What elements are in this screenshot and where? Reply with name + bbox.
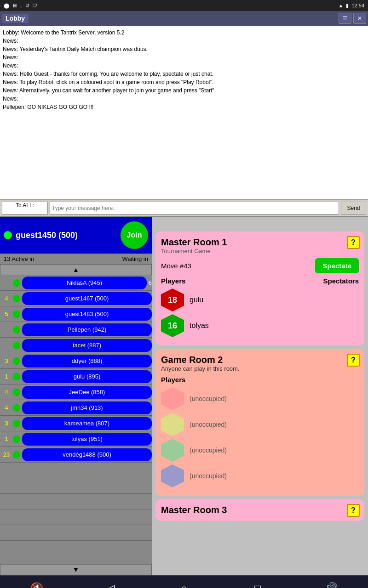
active-label: 13 Active in — [4, 255, 34, 262]
title-buttons: ☰ ✕ — [339, 13, 366, 24]
player-hex[interactable] — [161, 439, 184, 462]
message-bar: To ALL: Send — [0, 200, 368, 217]
player-list: NiklasA (945)64guest1467 (500)5guest1483… — [0, 275, 152, 564]
room-title: Master Room 3 — [161, 505, 359, 515]
player-button[interactable]: vendég1488 (500) — [22, 448, 152, 461]
main-area: guest1450 (500) Join 13 Active in Waitin… — [0, 217, 368, 575]
player-num: 3 — [0, 357, 13, 364]
chat-message: News: Hello Guest - thanks for coming. Y… — [3, 70, 365, 78]
spectators-label: Spectators — [323, 277, 359, 285]
square-button[interactable]: □ — [244, 579, 271, 588]
player-hex[interactable] — [161, 413, 184, 436]
battery-icon: ▮ — [346, 3, 349, 9]
player-dot — [13, 326, 20, 334]
scroll-up-button[interactable]: ▲ — [0, 264, 152, 275]
move-row: Move #43Spectate — [161, 258, 359, 273]
room-card-room1: ?Master Room 1Tournament GameMove #43Spe… — [155, 232, 364, 345]
chat-area: Lobby: Welcome to the Tantrix Server, ve… — [0, 26, 368, 200]
player-num: 3 — [0, 420, 13, 427]
app-title: Lobby — [2, 14, 29, 23]
hex-player: 18gulu — [161, 288, 359, 311]
player-dot — [13, 295, 20, 302]
right-panel[interactable]: ?Master Room 1Tournament GameMove #43Spe… — [152, 217, 368, 575]
room-desc: Anyone can play in this room. — [161, 365, 359, 372]
player-row: 23vendég1488 (500) — [0, 447, 152, 463]
player-hex[interactable]: 18 — [161, 288, 184, 311]
player-row: 3ddyer (888) — [0, 353, 152, 369]
player-list-area: NiklasA (945)64guest1467 (500)5guest1483… — [0, 275, 152, 564]
message-input[interactable] — [50, 202, 339, 215]
refresh-icon: ↺ — [25, 3, 29, 9]
player-num: 5 — [0, 311, 13, 317]
player-hex[interactable]: 16 — [161, 314, 184, 337]
help-button[interactable]: ? — [347, 236, 360, 249]
player-button[interactable]: tacet (887) — [22, 339, 152, 352]
player-dot — [13, 373, 20, 380]
player-hex[interactable] — [161, 387, 184, 410]
home-button[interactable]: ○ — [170, 579, 198, 588]
clock: 12:54 — [351, 3, 364, 8]
player-row: 4guest1467 (500) — [0, 291, 152, 306]
player-row: 4JeeDee (858) — [0, 384, 152, 400]
hex-player: (unoccupied) — [161, 464, 359, 487]
join-button[interactable]: Join — [121, 221, 148, 249]
back-button[interactable]: ◁ — [97, 579, 124, 588]
guest-name: guest1450 (500) — [16, 231, 78, 240]
players-labels-row: PlayersSpectators — [161, 277, 359, 285]
player-dot — [13, 357, 20, 365]
bottom-nav: 🔇 ◁ ○ □ 🔊 — [0, 575, 368, 588]
hex-player-name: (unoccupied) — [190, 421, 227, 428]
hex-player: (unoccupied) — [161, 413, 359, 436]
player-num: 1 — [0, 373, 13, 380]
send-button[interactable]: Send — [341, 202, 366, 215]
player-button[interactable]: guest1483 (500) — [22, 308, 152, 321]
hex-player-name: gulu — [190, 296, 203, 304]
empty-player-row — [0, 541, 152, 556]
hex-player: (unoccupied) — [161, 387, 359, 410]
player-dot — [13, 435, 20, 443]
close-button[interactable]: ✕ — [353, 13, 366, 24]
player-button[interactable]: jmn34 (913) — [22, 401, 152, 414]
menu-button[interactable]: ☰ — [339, 13, 351, 24]
active-waiting-header: 13 Active in Waiting in — [0, 254, 152, 264]
chat-message: News: Yesterday's Tantrix Daily Match ch… — [3, 45, 365, 53]
player-button[interactable]: NiklasA (945) — [22, 277, 147, 289]
hex-player-name: (unoccupied) — [190, 472, 227, 480]
empty-player-row — [0, 556, 152, 564]
room-subtitle: Tournament Game — [161, 248, 359, 254]
player-button[interactable]: kameamea (807) — [22, 417, 152, 430]
player-button[interactable]: guest1467 (500) — [22, 292, 152, 305]
volume-on-button[interactable]: 🔊 — [317, 579, 345, 588]
empty-player-row — [0, 478, 152, 494]
player-dot — [13, 311, 20, 318]
player-hex[interactable] — [161, 464, 184, 487]
chat-message: News: Alternatively, you can wait for an… — [3, 86, 365, 95]
players-label: Players — [161, 277, 185, 285]
player-button[interactable]: JeeDee (858) — [22, 386, 152, 399]
hex-player: 16tolyas — [161, 314, 359, 337]
player-dot — [13, 451, 20, 458]
player-num: 4 — [0, 389, 13, 396]
player-num: 1 — [0, 435, 13, 442]
empty-player-row — [0, 509, 152, 525]
volume-off-button[interactable]: 🔇 — [23, 579, 51, 588]
player-num: 23 — [0, 451, 13, 458]
help-button[interactable]: ? — [347, 504, 360, 517]
player-dot — [13, 342, 20, 349]
help-button[interactable]: ? — [347, 354, 360, 367]
status-bar: ⬤ 🖥 ↓ ↺ 🛡 ▲ ▮ 12:54 — [0, 0, 368, 11]
player-button[interactable]: Pellepen (942) — [22, 323, 152, 336]
move-text: Move #43 — [161, 262, 191, 270]
player-row: tacet (887) — [0, 338, 152, 353]
status-right: ▲ ▮ 12:54 — [339, 3, 364, 9]
player-button[interactable]: gulu (895) — [22, 370, 152, 383]
player-row: 3kameamea (807) — [0, 416, 152, 431]
player-button[interactable]: ddyer (888) — [22, 355, 152, 368]
room-card-room3: ?Master Room 3 — [155, 499, 364, 521]
hex-player-name: tolyas — [190, 322, 209, 330]
player-button[interactable]: tolyas (951) — [22, 433, 152, 446]
player-extra: 6 — [149, 279, 152, 286]
hex-player-name: (unoccupied) — [190, 395, 227, 402]
spectate-button[interactable]: Spectate — [315, 258, 359, 273]
scroll-down-button[interactable]: ▼ — [0, 564, 152, 575]
